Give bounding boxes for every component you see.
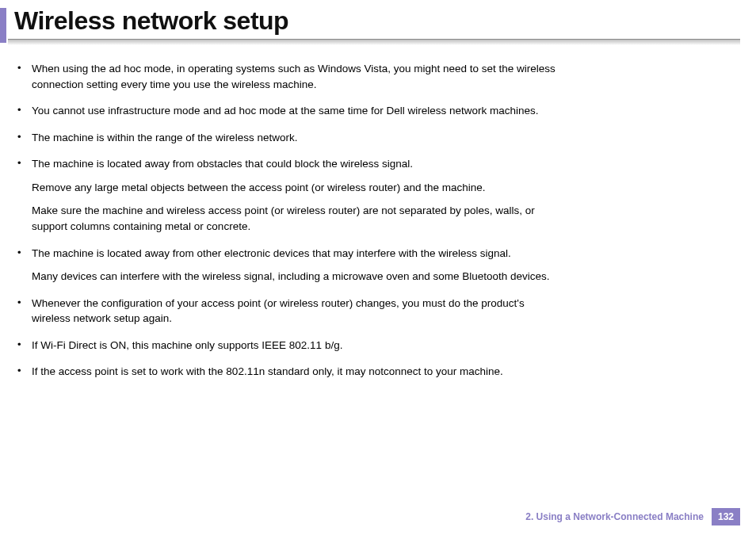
bullet-list: When using the ad hoc mode, in operating… — [32, 61, 563, 380]
page-title: Wireless network setup — [0, 0, 756, 39]
page-footer: 2. Using a Network-Connected Machine 132 — [525, 508, 740, 525]
list-item-sub: Many devices can interfere with the wire… — [32, 269, 563, 285]
list-item: The machine is within the range of the w… — [32, 130, 563, 146]
title-underline — [8, 39, 740, 45]
list-item: The machine is located away from obstacl… — [32, 156, 563, 234]
list-item-sub: Make sure the machine and wireless acces… — [32, 203, 563, 234]
content-area: When using the ad hoc mode, in operating… — [0, 45, 586, 380]
list-item-sub: Remove any large metal objects between t… — [32, 180, 563, 196]
list-item-text: When using the ad hoc mode, in operating… — [32, 63, 556, 90]
list-item: Whenever the configuration of your acces… — [32, 296, 563, 327]
list-item-text: The machine is located away from other e… — [32, 247, 511, 259]
header-accent-bar — [0, 8, 6, 43]
list-item-text: If the access point is set to work with … — [32, 365, 503, 377]
list-item: The machine is located away from other e… — [32, 246, 563, 285]
footer-chapter: 2. Using a Network-Connected Machine — [525, 511, 704, 522]
list-item-text: Whenever the configuration of your acces… — [32, 297, 525, 325]
list-item: You cannot use infrastructure mode and a… — [32, 103, 563, 119]
list-item-text: The machine is within the range of the w… — [32, 132, 297, 143]
list-item: If Wi-Fi Direct is ON, this machine only… — [32, 338, 563, 353]
list-item-text: If Wi-Fi Direct is ON, this machine only… — [32, 339, 342, 351]
page-number-box: 132 — [712, 508, 740, 525]
list-item-text: You cannot use infrastructure mode and a… — [32, 105, 539, 117]
list-item: When using the ad hoc mode, in operating… — [32, 61, 563, 92]
list-item-text: The machine is located away from obstacl… — [32, 158, 413, 170]
list-item: If the access point is set to work with … — [32, 364, 563, 380]
